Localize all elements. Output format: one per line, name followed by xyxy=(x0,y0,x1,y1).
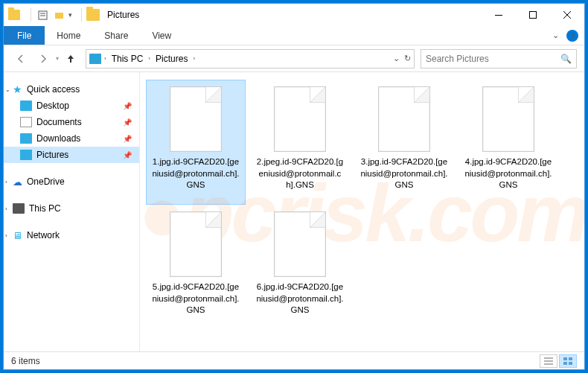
location-icon xyxy=(86,9,100,21)
sidebar-item-pictures[interactable]: Pictures📌 xyxy=(4,147,139,163)
folder-icon xyxy=(20,101,32,111)
svg-rect-5 xyxy=(530,12,537,19)
sidebar-network[interactable]: › 🖥 Network xyxy=(4,227,139,243)
app-icon xyxy=(8,10,20,20)
nav-row: ▾ › This PC › Pictures › ⌄ ↻ 🔍 xyxy=(4,45,584,72)
file-view[interactable]: ●pcrisk.com 1.jpg.id-9CFA2D20.[geniusid@… xyxy=(140,72,584,351)
qat-newfolder-icon[interactable] xyxy=(52,8,65,22)
svg-rect-14 xyxy=(569,362,572,365)
qat-separator-2 xyxy=(81,8,82,22)
sidebar-item-label: Documents xyxy=(36,117,82,127)
file-item[interactable]: 6.jpg.id-9CFA2D20.[geniusid@protonmail.c… xyxy=(250,205,350,330)
file-icon xyxy=(482,86,534,152)
file-name: 2.jpeg.id-9CFA2D20.[geniusid@protonmail.… xyxy=(254,156,346,191)
file-item[interactable]: 2.jpeg.id-9CFA2D20.[geniusid@protonmail.… xyxy=(250,80,350,205)
search-box[interactable]: 🔍 xyxy=(421,49,577,68)
pc-icon xyxy=(13,203,25,214)
explorer-window: ▾ Pictures File Home Share View ⌄ ? ▾ xyxy=(3,3,585,370)
breadcrumb-chevron-icon[interactable]: › xyxy=(148,55,150,62)
pin-icon: 📌 xyxy=(123,151,132,159)
file-name: 6.jpg.id-9CFA2D20.[geniusid@protonmail.c… xyxy=(254,281,346,316)
file-name: 1.jpg.id-9CFA2D20.[geniusid@protonmail.c… xyxy=(150,156,242,191)
qat-separator xyxy=(31,8,31,22)
sidebar-quickaccess[interactable]: ⌄ ★ Quick access xyxy=(4,81,139,98)
svg-rect-4 xyxy=(495,15,502,16)
folder-icon xyxy=(20,150,32,160)
file-tab[interactable]: File xyxy=(4,26,45,45)
file-name: 3.jpg.id-9CFA2D20.[geniusid@protonmail.c… xyxy=(358,156,450,191)
breadcrumb-chevron-icon[interactable]: › xyxy=(193,55,195,62)
svg-rect-11 xyxy=(563,357,567,360)
sidebar: ⌄ ★ Quick access Desktop📌Documents📌Downl… xyxy=(4,72,140,351)
help-icon[interactable]: ? xyxy=(566,30,578,42)
titlebar: ▾ Pictures xyxy=(4,4,584,26)
sidebar-item-label: Desktop xyxy=(36,101,69,111)
caret-icon: › xyxy=(5,232,7,239)
view-icons-button[interactable] xyxy=(559,354,577,368)
back-button[interactable] xyxy=(11,49,31,68)
pin-icon: 📌 xyxy=(123,118,132,127)
window-title: Pictures xyxy=(107,10,139,20)
sidebar-item-label: Pictures xyxy=(36,150,68,160)
caret-icon: ⌄ xyxy=(5,86,10,93)
sidebar-item-desktop[interactable]: Desktop📌 xyxy=(4,98,139,114)
sidebar-item-documents[interactable]: Documents📌 xyxy=(4,114,139,130)
sidebar-label: Quick access xyxy=(27,84,80,95)
svg-rect-13 xyxy=(563,362,567,365)
main-area: ⌄ ★ Quick access Desktop📌Documents📌Downl… xyxy=(4,72,584,351)
sidebar-item-label: Downloads xyxy=(36,133,80,144)
file-icon xyxy=(170,86,222,152)
folder-icon xyxy=(20,117,32,127)
recent-locations-icon[interactable]: ▾ xyxy=(56,55,59,62)
file-icon xyxy=(170,211,222,277)
address-icon xyxy=(89,54,101,64)
sidebar-item-downloads[interactable]: Downloads📌 xyxy=(4,130,139,147)
breadcrumb-thispc[interactable]: This PC xyxy=(109,52,146,66)
up-button[interactable] xyxy=(62,50,80,68)
cloud-icon: ☁ xyxy=(13,176,22,188)
tab-home[interactable]: Home xyxy=(45,26,92,45)
sidebar-thispc[interactable]: › This PC xyxy=(4,200,139,217)
status-bar: 6 items xyxy=(4,351,584,369)
file-icon xyxy=(274,86,326,152)
file-item[interactable]: 1.jpg.id-9CFA2D20.[geniusid@protonmail.c… xyxy=(146,80,246,205)
breadcrumb-root-chevron-icon[interactable]: › xyxy=(104,55,106,62)
star-icon: ★ xyxy=(13,84,22,95)
sidebar-onedrive[interactable]: › ☁ OneDrive xyxy=(4,173,139,190)
file-item[interactable]: 4.jpg.id-9CFA2D20.[geniusid@protonmail.c… xyxy=(458,80,558,205)
svg-rect-12 xyxy=(569,357,572,360)
tab-share[interactable]: Share xyxy=(92,26,140,45)
forward-button[interactable] xyxy=(33,49,53,68)
refresh-icon[interactable]: ↻ xyxy=(404,54,411,63)
search-icon: 🔍 xyxy=(560,54,572,64)
file-name: 5.jpg.id-9CFA2D20.[geniusid@protonmail.c… xyxy=(150,281,242,316)
network-icon: 🖥 xyxy=(13,230,22,241)
ribbon-expand-icon[interactable]: ⌄ xyxy=(552,31,559,40)
file-icon xyxy=(274,211,326,277)
search-input[interactable] xyxy=(426,54,560,64)
file-item[interactable]: 5.jpg.id-9CFA2D20.[geniusid@protonmail.c… xyxy=(146,205,246,330)
caret-icon: › xyxy=(5,205,7,212)
file-icon xyxy=(378,86,430,152)
ribbon: File Home Share View ⌄ ? xyxy=(4,26,584,45)
pin-icon: 📌 xyxy=(123,135,132,143)
file-item[interactable]: 3.jpg.id-9CFA2D20.[geniusid@protonmail.c… xyxy=(354,80,454,205)
breadcrumb-pictures[interactable]: Pictures xyxy=(153,52,190,66)
address-bar[interactable]: › This PC › Pictures › ⌄ ↻ xyxy=(86,49,415,68)
address-dropdown-icon[interactable]: ⌄ xyxy=(393,54,400,63)
svg-rect-3 xyxy=(55,13,63,19)
close-button[interactable] xyxy=(550,4,584,26)
sidebar-label: OneDrive xyxy=(27,176,65,187)
qat-properties-icon[interactable] xyxy=(36,8,49,22)
tab-view[interactable]: View xyxy=(140,26,183,45)
maximize-button[interactable] xyxy=(516,4,550,26)
sidebar-label: Network xyxy=(27,230,60,240)
sidebar-label: This PC xyxy=(29,203,61,214)
folder-icon xyxy=(20,133,32,144)
qat-dropdown-icon[interactable]: ▾ xyxy=(68,11,72,19)
item-count: 6 items xyxy=(11,356,40,366)
caret-icon: › xyxy=(5,179,7,185)
minimize-button[interactable] xyxy=(482,4,516,26)
view-details-button[interactable] xyxy=(540,354,557,368)
file-name: 4.jpg.id-9CFA2D20.[geniusid@protonmail.c… xyxy=(462,156,555,191)
